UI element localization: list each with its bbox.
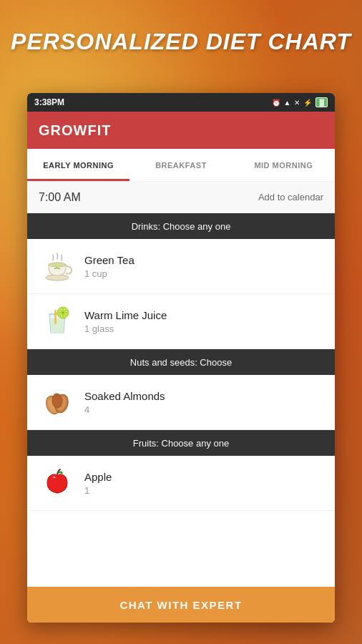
green-tea-info: Green Tea 1 cup [84,254,134,279]
chat-with-expert-label: CHAT WITH EXPERT [119,599,242,611]
apple-info: Apple 1 [84,471,112,496]
section-header-drinks-text: Drinks: Choose any one [132,221,231,232]
svg-point-2 [49,263,65,267]
green-tea-name: Green Tea [84,254,134,266]
hero-title: PERSONALIZED DIET CHART [0,29,362,55]
phone-frame: 3:38PM ⏰ ▲ ✕ ⚡ ▓ GROWFIT EARLY MORNING B… [27,93,335,623]
lime-juice-svg [40,304,74,338]
tab-breakfast-label: BREAKFAST [155,161,207,170]
meal-time: 7:00 AM [39,191,81,204]
food-item-apple: Apple 1 [27,456,335,511]
food-item-almonds: Soaked Almonds 4 [27,375,335,430]
wifi-icon: ▲ [284,99,291,107]
almonds-qty: 4 [84,404,165,415]
signal-x-icon: ✕ [294,99,300,107]
apple-icon [39,464,76,502]
status-bar: 3:38PM ⏰ ▲ ✕ ⚡ ▓ [27,93,335,112]
lime-juice-qty: 1 glass [84,323,167,334]
lime-juice-name: Warm Lime Juice [84,309,167,321]
green-tea-svg [40,249,74,283]
app-logo: GROWFIT [39,122,111,139]
tab-early-morning[interactable]: EARLY MORNING [27,149,129,181]
chat-with-expert-button[interactable]: CHAT WITH EXPERT [27,587,335,623]
lime-juice-info: Warm Lime Juice 1 glass [84,309,167,334]
clock-icon: ⏰ [272,99,280,107]
tab-mid-morning[interactable]: MID MORNING [233,149,335,181]
section-header-drinks: Drinks: Choose any one [27,213,335,239]
green-tea-qty: 1 cup [84,268,134,279]
battery-icon: ▓ [315,97,328,107]
apple-svg [40,466,74,500]
app-header: GROWFIT [27,112,335,149]
bolt-icon: ⚡ [303,99,312,107]
food-item-green-tea: Green Tea 1 cup [27,239,335,294]
section-header-fruits-text: Fruits: Choose any one [133,438,229,449]
food-item-lime-juice: Warm Lime Juice 1 glass [27,294,335,349]
apple-name: Apple [84,471,112,483]
tab-mid-morning-label: MID MORNING [254,161,313,170]
tab-breakfast[interactable]: BREAKFAST [129,149,232,181]
status-time: 3:38PM [34,97,64,107]
almonds-svg [40,385,74,419]
status-icons: ⏰ ▲ ✕ ⚡ ▓ [272,97,328,107]
section-header-fruits: Fruits: Choose any one [27,430,335,456]
time-row: 7:00 AM Add to calendar [27,182,335,213]
add-to-calendar-button[interactable]: Add to calendar [258,192,323,203]
almonds-name: Soaked Almonds [84,390,165,402]
almonds-icon [39,384,76,421]
apple-qty: 1 [84,485,112,496]
lime-juice-icon [39,303,76,340]
svg-rect-10 [54,310,57,324]
almonds-info: Soaked Almonds 4 [84,390,165,415]
hero-title-area: PERSONALIZED DIET CHART [0,29,362,55]
tab-early-morning-label: EARLY MORNING [43,161,114,170]
section-header-nuts: Nuts and seeds: Choose [27,349,335,375]
section-header-nuts-text: Nuts and seeds: Choose [130,357,232,368]
tab-bar: EARLY MORNING BREAKFAST MID MORNING [27,149,335,182]
green-tea-icon [39,248,76,285]
